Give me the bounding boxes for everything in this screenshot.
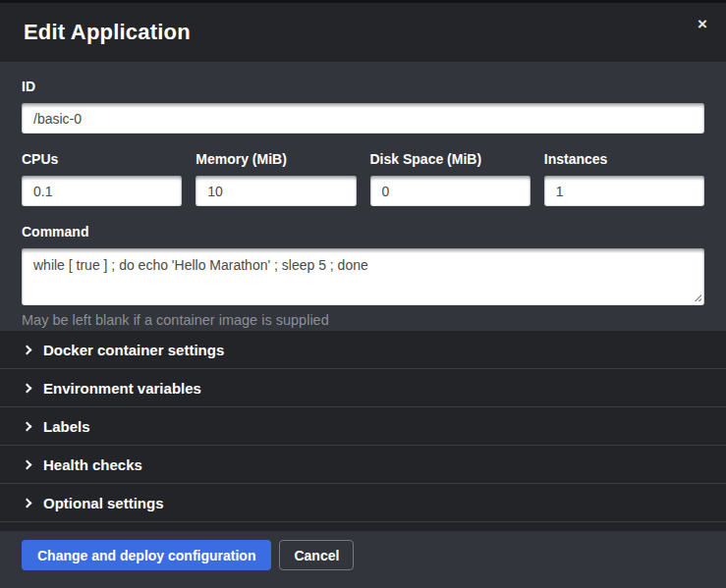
instances-input[interactable] — [544, 176, 704, 206]
section-label: Health checks — [43, 456, 142, 473]
instances-label: Instances — [544, 151, 704, 168]
command-textarea-wrap: while [ true ] ; do echo 'Hello Marathon… — [22, 248, 704, 305]
chevron-right-icon — [23, 421, 32, 431]
section-label: Labels — [43, 418, 90, 435]
cancel-button[interactable]: Cancel — [279, 540, 354, 570]
command-help-text: May be left blank if a container image i… — [22, 312, 704, 329]
edit-application-modal: Edit Application × ID CPUs Memory (MiB) … — [0, 0, 726, 588]
change-and-deploy-button[interactable]: Change and deploy configuration — [22, 540, 271, 570]
resources-row: CPUs Memory (MiB) Disk Space (MiB) Insta… — [22, 151, 704, 206]
modal-footer: Change and deploy configuration Cancel — [0, 531, 726, 588]
cpus-label: CPUs — [22, 151, 182, 168]
id-field-group: ID — [22, 79, 704, 134]
disk-field-group: Disk Space (MiB) — [370, 151, 531, 206]
section-label: Environment variables — [43, 380, 201, 397]
chevron-right-icon — [23, 345, 32, 354]
section-label: Optional settings — [43, 495, 164, 511]
close-icon[interactable]: × — [698, 16, 707, 32]
section-label: Docker container settings — [43, 342, 224, 358]
chevron-right-icon — [23, 498, 32, 508]
memory-label: Memory (MiB) — [195, 151, 356, 168]
disk-space-input[interactable] — [370, 176, 531, 206]
section-health-checks[interactable]: Health checks — [0, 446, 726, 484]
id-input[interactable] — [22, 103, 704, 134]
command-field-group: Command while [ true ] ; do echo 'Hello … — [22, 224, 704, 329]
modal-body: ID CPUs Memory (MiB) Disk Space (MiB) In… — [0, 62, 726, 331]
modal-title: Edit Application — [24, 20, 191, 45]
cpus-field-group: CPUs — [22, 151, 182, 206]
chevron-right-icon — [23, 459, 32, 469]
section-docker-container-settings[interactable]: Docker container settings — [0, 331, 726, 369]
cpus-input[interactable] — [22, 176, 182, 206]
disk-space-label: Disk Space (MiB) — [370, 151, 531, 168]
command-textarea[interactable]: while [ true ] ; do echo 'Hello Marathon… — [22, 248, 704, 305]
chevron-right-icon — [23, 383, 32, 393]
memory-field-group: Memory (MiB) — [195, 151, 356, 206]
section-optional-settings[interactable]: Optional settings — [0, 484, 726, 522]
memory-input[interactable] — [195, 176, 356, 206]
id-label: ID — [22, 79, 704, 95]
modal-header: Edit Application × — [0, 3, 726, 62]
collapsible-sections: Docker container settings Environment va… — [0, 331, 726, 531]
section-environment-variables[interactable]: Environment variables — [0, 369, 726, 407]
instances-field-group: Instances — [544, 151, 704, 206]
command-label: Command — [22, 224, 704, 241]
section-labels[interactable]: Labels — [0, 407, 726, 446]
